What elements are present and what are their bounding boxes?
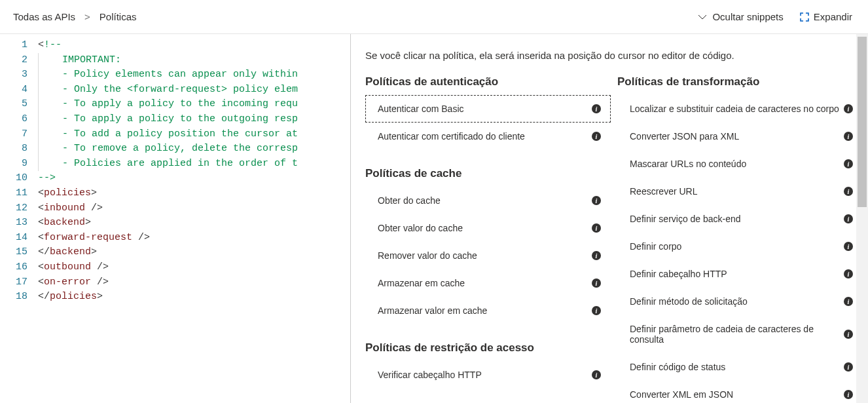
policy-item[interactable]: Obter do cachei <box>365 187 611 214</box>
info-icon[interactable]: i <box>592 104 601 113</box>
policy-item-label: Reescrever URL <box>630 186 697 197</box>
code-content[interactable]: <!-- IMPORTANT: - Policy elements can ap… <box>38 34 350 403</box>
policy-section-title: Políticas de transformação <box>617 75 863 88</box>
policy-section-title: Políticas de cache <box>365 167 611 180</box>
info-icon[interactable]: i <box>844 242 853 251</box>
line-number: 7 <box>0 127 38 142</box>
breadcrumb-separator: > <box>84 11 90 22</box>
policy-item[interactable]: Definir corpoi <box>617 233 863 260</box>
policy-item-list: Obter do cacheiObter valor do cacheiRemo… <box>365 187 611 324</box>
policy-item[interactable]: Armazenar valor em cachei <box>365 297 611 324</box>
breadcrumb: Todas as APIs > Políticas <box>13 11 137 22</box>
line-number: 9 <box>0 157 38 172</box>
policy-item[interactable]: Definir método de solicitaçãoi <box>617 288 863 315</box>
hide-snippets-label: Ocultar snippets <box>712 11 783 22</box>
policy-item-label: Armazenar valor em cache <box>378 305 487 316</box>
info-icon[interactable]: i <box>592 306 601 315</box>
info-icon[interactable]: i <box>844 362 853 372</box>
policy-item[interactable]: Obter valor do cachei <box>365 214 611 242</box>
info-icon[interactable]: i <box>592 132 601 141</box>
policy-section-title: Políticas de restrição de acesso <box>365 341 611 355</box>
line-number: 1 <box>0 38 38 53</box>
policy-item-label: Verificar cabeçalho HTTP <box>378 370 482 380</box>
info-icon[interactable]: i <box>844 214 853 223</box>
code-line: - To add a policy position the cursor at <box>38 127 350 142</box>
policy-item-label: Definir serviço de back-end <box>630 214 741 224</box>
policy-item-label: Converter XML em JSON <box>630 389 733 400</box>
policy-item-label: Autenticar com certificado do cliente <box>378 131 525 142</box>
line-number: 17 <box>0 275 38 290</box>
info-icon[interactable]: i <box>844 297 853 306</box>
policy-item[interactable]: Definir parâmetro de cadeia de caractere… <box>617 315 863 353</box>
code-line: </backend> <box>38 245 350 260</box>
line-number: 12 <box>0 201 38 216</box>
snippet-panel: Se você clicar na política, ela será ins… <box>351 34 868 403</box>
info-icon[interactable]: i <box>844 269 853 278</box>
policy-item[interactable]: Remover valor do cachei <box>365 242 611 269</box>
policy-item[interactable]: Converter JSON para XMLi <box>617 123 863 150</box>
policy-item-label: Definir cabeçalho HTTP <box>630 269 727 279</box>
policy-item[interactable]: Definir código de statusi <box>617 353 863 381</box>
policy-item-list: Verificar cabeçalho HTTPi <box>365 361 611 389</box>
policy-item[interactable]: Armazenar em cachei <box>365 269 611 297</box>
code-line: - Policies are applied in the order of t <box>38 157 350 172</box>
snippet-column-right: Políticas de transformaçãoLocalizar e su… <box>617 75 863 403</box>
policy-item-label: Obter do cache <box>378 195 441 206</box>
code-line: <outbound /> <box>38 260 350 275</box>
expand-icon <box>799 12 810 22</box>
policy-item[interactable]: Autenticar com certificado do clientei <box>365 123 611 150</box>
policy-item[interactable]: Mascarar URLs no conteúdoi <box>617 150 863 178</box>
hide-snippets-button[interactable]: Ocultar snippets <box>696 11 783 23</box>
info-icon[interactable]: i <box>844 330 853 339</box>
vertical-scrollbar[interactable] <box>856 34 868 403</box>
code-line: <forward-request /> <box>38 231 350 246</box>
policy-item-label: Converter JSON para XML <box>630 131 739 142</box>
code-line: <inbound /> <box>38 201 350 216</box>
code-line: - Policy elements can appear only within <box>38 67 350 83</box>
line-number: 11 <box>0 186 38 201</box>
policy-item-list: Localizar e substituir cadeia de caracte… <box>617 95 863 403</box>
policy-item[interactable]: Definir cabeçalho HTTPi <box>617 260 863 288</box>
info-icon[interactable]: i <box>844 132 853 141</box>
info-icon[interactable]: i <box>592 370 601 379</box>
policy-item[interactable]: Verificar cabeçalho HTTPi <box>365 361 611 389</box>
info-icon[interactable]: i <box>844 187 853 196</box>
info-icon[interactable]: i <box>844 390 853 399</box>
policy-item[interactable]: Definir serviço de back-endi <box>617 205 863 233</box>
policy-item-label: Mascarar URLs no conteúdo <box>630 159 746 169</box>
policy-item-label: Definir método de solicitação <box>630 296 748 307</box>
line-number-gutter: 123456789101112131415161718 <box>0 34 38 403</box>
line-number: 4 <box>0 83 38 98</box>
code-line: - To remove a policy, delete the corresp <box>38 142 350 157</box>
line-number: 13 <box>0 216 38 231</box>
policy-item-label: Obter valor do cache <box>378 223 463 233</box>
breadcrumb-current: Políticas <box>99 11 137 22</box>
info-icon[interactable]: i <box>844 104 853 113</box>
line-number: 15 <box>0 245 38 260</box>
code-line: --> <box>38 171 350 186</box>
info-icon[interactable]: i <box>844 159 853 168</box>
line-number: 10 <box>0 171 38 186</box>
policy-item[interactable]: Localizar e substituir cadeia de caracte… <box>617 95 863 123</box>
snippet-hint: Se você clicar na política, ela será ins… <box>365 50 863 61</box>
breadcrumb-root[interactable]: Todas as APIs <box>13 11 75 22</box>
top-actions: Ocultar snippets Expandir <box>696 11 852 23</box>
code-line: <on-error /> <box>38 275 350 290</box>
policy-item-label: Definir corpo <box>630 241 681 252</box>
info-icon[interactable]: i <box>592 278 601 288</box>
policy-item[interactable]: Reescrever URLi <box>617 178 863 205</box>
line-number: 3 <box>0 67 38 83</box>
expand-button[interactable]: Expandir <box>799 11 852 22</box>
info-icon[interactable]: i <box>592 251 601 260</box>
code-line: <backend> <box>38 216 350 231</box>
code-line: <policies> <box>38 186 350 201</box>
scrollbar-thumb[interactable] <box>858 37 867 207</box>
policy-item[interactable]: Autenticar com Basici <box>365 95 611 123</box>
line-number: 8 <box>0 142 38 157</box>
info-icon[interactable]: i <box>592 196 601 205</box>
policy-item[interactable]: Converter XML em JSONi <box>617 381 863 403</box>
code-line: <!-- <box>38 38 350 53</box>
info-icon[interactable]: i <box>592 223 601 233</box>
policy-item-label: Autenticar com Basic <box>378 104 464 114</box>
code-editor[interactable]: 123456789101112131415161718 <!-- IMPORTA… <box>0 34 351 403</box>
